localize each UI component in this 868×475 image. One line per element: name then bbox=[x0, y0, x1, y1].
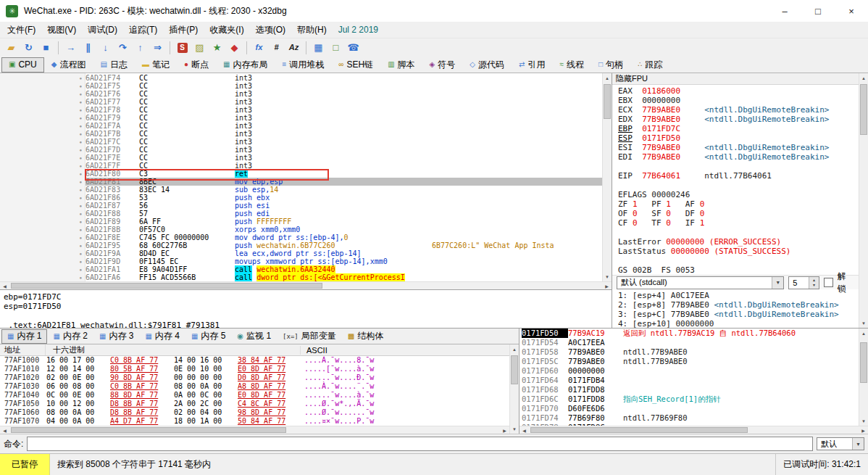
scroll-right-arrow-icon[interactable]: ▶ bbox=[500, 426, 509, 434]
disasm-row[interactable]: 6AD21F76CCint3 bbox=[85, 90, 602, 98]
bottom-tab-struct[interactable]: ▩结构体 bbox=[342, 329, 389, 344]
bottom-tab-dump1[interactable]: ▦内存 1 bbox=[1, 329, 47, 344]
menu-item[interactable]: 帮助(H) bbox=[291, 24, 333, 36]
stack-row[interactable]: 0171FD70D60FE6D6 bbox=[519, 404, 859, 413]
scroll-left-arrow-icon[interactable]: ◀ bbox=[0, 282, 9, 289]
register-line[interactable]: ECX 77B9ABE0 <ntdll.DbgUiRemoteBreakin> bbox=[618, 105, 859, 115]
tab-references[interactable]: ⇄引用 bbox=[512, 57, 552, 73]
stack-row[interactable]: 0171FD6000000000 bbox=[519, 366, 859, 376]
disasm-row[interactable]: 6AD21F818BECmov ebp,esp bbox=[85, 178, 602, 186]
stack-row[interactable]: 0171FD680171FDD8 bbox=[519, 385, 859, 395]
open-file-button[interactable]: ▰ bbox=[3, 40, 20, 56]
stack-row[interactable]: 0171FD54A0C17EEA bbox=[519, 338, 859, 347]
virus-shield-button[interactable]: ◆ bbox=[226, 40, 243, 56]
menu-item[interactable]: 选项(O) bbox=[250, 24, 291, 36]
tab-seh[interactable]: ∞SEH链 bbox=[331, 57, 380, 73]
disasm-row[interactable]: 6AD21FA6FF15 ACD5566Bcall dword ptr ds:[… bbox=[85, 273, 602, 281]
argument-line[interactable]: 4: [esp+10] 00000000 bbox=[618, 319, 859, 328]
scroll-thumb[interactable] bbox=[860, 84, 867, 135]
scroll-track[interactable] bbox=[529, 426, 859, 434]
tab-cpu[interactable]: ▣CPU bbox=[1, 57, 44, 73]
register-line[interactable]: GS 002B FS 0053 bbox=[618, 265, 859, 275]
scroll-track[interactable] bbox=[859, 83, 868, 318]
scroll-thumb[interactable] bbox=[530, 427, 748, 433]
bottom-tab-dump3[interactable]: ▦内存 3 bbox=[93, 329, 139, 344]
telephone-button[interactable]: ☎ bbox=[345, 40, 362, 56]
disasm-row[interactable]: 6AD21FA1E8 9A04D1FFcall wechatwin.6AA324… bbox=[85, 265, 602, 273]
register-line[interactable]: OF 0 SF 0 DF 0 bbox=[618, 209, 859, 218]
minimize-button[interactable]: – bbox=[768, 0, 801, 22]
dump-header-hex[interactable]: 十六进制 bbox=[45, 344, 300, 355]
disasm-row[interactable]: 6AD21F8756push esi bbox=[85, 202, 602, 210]
scroll-right-arrow-icon[interactable]: ▶ bbox=[602, 282, 612, 289]
tab-source[interactable]: ◇源代码 bbox=[462, 57, 512, 73]
scroll-down-arrow-icon[interactable]: ▼ bbox=[603, 272, 612, 281]
dump-row[interactable]: 77AF100016 00 17 00C0 8B AF 7714 00 16 0… bbox=[0, 356, 509, 365]
strings-az-button[interactable]: Az bbox=[285, 40, 302, 56]
disasm-row[interactable]: 6AD21F8383EC 14sub esp,14 bbox=[85, 186, 602, 194]
disassembly-vertical-scrollbar[interactable]: ▲ ▼ bbox=[602, 73, 612, 281]
stack-row[interactable]: 0171FD7477B69F80ntdll.77B69F80 bbox=[519, 413, 859, 423]
disasm-row[interactable]: 6AD21F80C3ret bbox=[85, 170, 602, 178]
disasm-row[interactable]: 6AD21F7CCCint3 bbox=[85, 138, 602, 146]
scroll-left-arrow-icon[interactable]: ◀ bbox=[519, 426, 529, 434]
disasm-row[interactable]: 6AD21F8B0F57C0xorps xmm0,xmm0 bbox=[85, 226, 602, 234]
scylla-button[interactable]: S bbox=[174, 40, 191, 56]
hash-button[interactable]: # bbox=[268, 40, 285, 56]
bottom-tab-dump2[interactable]: ▦内存 2 bbox=[47, 329, 93, 344]
scroll-track[interactable] bbox=[9, 426, 500, 434]
scroll-up-arrow-icon[interactable]: ▲ bbox=[603, 73, 612, 83]
disassembly-horizontal-scrollbar[interactable]: ◀ ▶ bbox=[0, 281, 612, 289]
hide-fpu-button[interactable]: 隐藏FPU bbox=[612, 73, 859, 85]
stack-view[interactable]: 0171FD5077B9AC19返回到 ntdll.77B9AC19 自 ntd… bbox=[519, 329, 868, 426]
command-type-select[interactable]: 默认 ▾ bbox=[817, 437, 864, 450]
argument-line[interactable]: 1: [esp+4] A0C17EEA bbox=[618, 291, 859, 300]
bottom-tab-dump4[interactable]: ▦内存 4 bbox=[139, 329, 185, 344]
run-to-user-code-button[interactable]: ⇒ bbox=[149, 40, 166, 56]
unlock-checkbox[interactable] bbox=[824, 278, 833, 287]
step-into-button[interactable]: ↓ bbox=[97, 40, 114, 56]
chevron-down-icon[interactable]: ▾ bbox=[772, 277, 783, 289]
disasm-row[interactable]: 6AD21F9568 60C2776Bpush wechatwin.6B77C2… bbox=[85, 241, 602, 249]
register-line[interactable]: EFLAGS 00000246 bbox=[618, 190, 859, 199]
chevron-down-icon[interactable]: ▾ bbox=[852, 438, 864, 450]
register-line[interactable]: ESI 77B9ABE0 <ntdll.DbgUiRemoteBreakin> bbox=[618, 143, 859, 152]
tab-handles[interactable]: □句柄 bbox=[591, 57, 630, 73]
bottom-tab-dump5[interactable]: ▦内存 5 bbox=[185, 329, 231, 344]
register-line[interactable] bbox=[618, 228, 859, 237]
argument-line[interactable]: 2: [esp+8] 77B9ABE0 <ntdll.DbgUiRemoteBr… bbox=[618, 300, 859, 310]
stack-row[interactable]: 0171FD640171FDB4 bbox=[519, 376, 859, 385]
patches-button[interactable]: ▨ bbox=[191, 40, 208, 56]
restart-button[interactable]: ↻ bbox=[20, 40, 37, 56]
memory-map-tool-button[interactable]: ▦ bbox=[310, 40, 327, 56]
tab-symbols[interactable]: ◈符号 bbox=[422, 57, 463, 73]
register-line[interactable] bbox=[618, 181, 859, 190]
disasm-row[interactable]: 6AD21F8EC745 FC 00000000mov dword ptr ss… bbox=[85, 234, 602, 241]
tab-call-stack[interactable]: ≡调用堆栈 bbox=[275, 57, 331, 73]
register-line[interactable] bbox=[618, 256, 859, 265]
register-line[interactable]: EBX 00000000 bbox=[618, 96, 859, 105]
disasm-row[interactable]: 6AD21F7ACCint3 bbox=[85, 122, 602, 130]
stack-row[interactable]: 0171FD5877B9ABE0ntdll.77B9ABE0 bbox=[519, 347, 859, 357]
register-line[interactable]: EDI 77B9ABE0 <ntdll.DbgUiRemoteBreakin> bbox=[618, 152, 859, 162]
scroll-thumb[interactable] bbox=[11, 283, 322, 289]
dump-row[interactable]: 77AF101012 00 14 0080 5B AF 770E 00 10 0… bbox=[0, 365, 509, 373]
register-line[interactable]: EIP 77B64061 ntdll.77B64061 bbox=[618, 171, 859, 181]
register-line[interactable]: EDX 77B9ABE0 <ntdll.DbgUiRemoteBreakin> bbox=[618, 115, 859, 124]
close-button[interactable]: × bbox=[835, 0, 868, 22]
tab-trace[interactable]: ∴跟踪 bbox=[630, 57, 669, 73]
stack-vertical-scrollbar[interactable]: ▲ ▼ bbox=[859, 329, 868, 426]
scroll-track[interactable] bbox=[859, 338, 868, 416]
disasm-row[interactable]: 6AD21F79CCint3 bbox=[85, 114, 602, 122]
dump-row[interactable]: 77AF10400C 00 0E 0088 8D AF 770A 00 0C 0… bbox=[0, 391, 509, 400]
scroll-track[interactable] bbox=[9, 282, 602, 289]
argument-count-spinner[interactable]: 5 ▴▾ bbox=[788, 276, 819, 289]
menu-item[interactable]: 文件(F) bbox=[1, 24, 41, 36]
stack-row[interactable]: 0171FD5077B9AC19返回到 ntdll.77B9AC19 自 ntd… bbox=[519, 329, 859, 338]
menu-item[interactable]: 插件(P) bbox=[163, 24, 204, 36]
tab-breakpoints[interactable]: ●断点 bbox=[177, 57, 216, 73]
register-line[interactable]: ESP 0171FD50 bbox=[618, 133, 859, 143]
disasm-row[interactable]: 6AD21F7FCCint3 bbox=[85, 162, 602, 170]
dump-horizontal-scrollbar[interactable]: ◀ ▶ bbox=[0, 426, 509, 434]
dump-row[interactable]: 77AF103006 00 08 00C0 8B AF 7708 00 0A 0… bbox=[0, 382, 509, 391]
